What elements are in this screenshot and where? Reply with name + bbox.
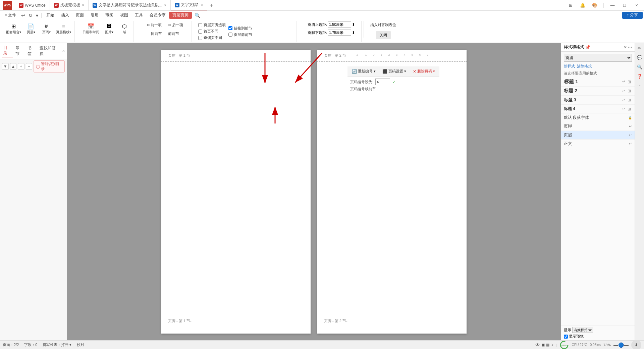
field-button[interactable]: ⬡ 域	[117, 21, 131, 35]
margin-top-spinner[interactable]: ⬍	[352, 22, 355, 27]
search-button[interactable]: 🔍	[195, 13, 200, 18]
style-heading2[interactable]: 标题 2 ↵ ⊞	[561, 87, 635, 96]
restore-icon[interactable]: ⊞	[566, 2, 575, 9]
config-combo-button[interactable]: ⊞ 配套组合▾	[5, 21, 22, 35]
spell-check[interactable]: 拼写检查：打开 ▾	[43, 342, 71, 347]
right-panel-expand[interactable]: ⋯	[628, 45, 632, 50]
date-time-button[interactable]: 📅 日期和时间	[81, 21, 101, 35]
new-style-btn[interactable]: 新样式	[564, 64, 575, 69]
style-heading4[interactable]: 标题 4 ↵ ⊞	[561, 105, 635, 113]
close-header-footer-btn[interactable]: 关闭	[376, 31, 391, 39]
clear-format-btn[interactable]: 清除格式	[577, 64, 592, 69]
toc-add-btn[interactable]: +	[18, 63, 24, 70]
redo-button[interactable]: ↻	[27, 12, 34, 19]
preview-checkbox[interactable]	[564, 335, 568, 339]
link-prev-check[interactable]: 链接到前节	[228, 26, 252, 31]
header-link-input[interactable]	[228, 33, 232, 37]
panel-tab-search[interactable]: 查找和替换	[38, 45, 61, 57]
menu-review[interactable]: 审阅	[102, 12, 117, 19]
style-heading1[interactable]: 标题 1 ↵ ⊞	[561, 77, 635, 87]
doc-area[interactable]: 页眉 - 第 1 节- 页脚 - 第 1 节- 页眉 - 第 2 节- -2-1…	[67, 43, 561, 340]
right-panel-pin[interactable]: 📌	[585, 45, 590, 50]
panel-tab-bookmark[interactable]: 书签	[26, 45, 37, 57]
panel-tab-chapter[interactable]: 章节	[14, 45, 25, 57]
toc-expand-btn[interactable]: ▼	[2, 63, 9, 70]
next-btn[interactable]: ⇨ 后一项	[166, 21, 185, 29]
tab-doc1[interactable]: W 文字是人类用符号记录表达信息以... ×	[89, 0, 171, 10]
insert-align-btn[interactable]: 插入对齐制表位	[368, 21, 398, 29]
notification-icon[interactable]: 🔔	[578, 2, 587, 9]
layout-icon1[interactable]: ▣	[541, 343, 545, 347]
header-link-check[interactable]: 页层前前节	[228, 32, 252, 37]
menu-insert[interactable]: 插入	[58, 12, 72, 19]
tab-wps[interactable]: W WPS Office	[15, 0, 50, 10]
menu-start[interactable]: 开始	[43, 12, 58, 19]
undo-button[interactable]: ↩	[19, 12, 27, 19]
menu-view[interactable]: 视图	[117, 12, 131, 19]
tab-template[interactable]: W 找板壳模板 ×	[50, 0, 89, 10]
page-layer-line-button[interactable]: ≡ 页层横线▾	[55, 21, 72, 35]
next-section-btn[interactable]: 前前节	[166, 30, 181, 37]
layout-icon2[interactable]: ▦	[546, 343, 549, 347]
close-button[interactable]: ×	[632, 2, 641, 9]
first-diff-check[interactable]: 首页不同	[198, 29, 226, 34]
zoom-slider[interactable]: —🔵—	[613, 342, 629, 348]
style-heading3[interactable]: 标题 3 ↵ ⊞	[561, 96, 635, 105]
odd-even-check[interactable]: 奇偶页不同	[198, 35, 226, 40]
play-icon[interactable]: ▷	[551, 343, 553, 347]
page-layer-button[interactable]: 📄 页层▾	[24, 21, 38, 35]
rt-search-icon[interactable]: 🔍	[636, 63, 643, 70]
menu-reference[interactable]: 引用	[87, 12, 102, 19]
smart-download-btn[interactable]: ⬇	[631, 340, 641, 349]
style-body[interactable]: 正文 ↵	[561, 140, 635, 148]
zoom-level[interactable]: 73%	[603, 343, 611, 347]
rt-edit-icon[interactable]: ✏	[636, 44, 643, 52]
show-label[interactable]: 显示 有效样式 所有样式	[564, 327, 593, 333]
margin-top-input[interactable]	[328, 21, 351, 28]
menu-header-footer[interactable]: 页层页脚	[169, 12, 192, 19]
prev-section-btn[interactable]: 同前节	[149, 30, 164, 37]
page-setting-btn[interactable]: ⬛ 页码设置 ▾	[379, 67, 409, 75]
picture-button[interactable]: 🖼 图片▾	[102, 21, 116, 35]
menu-tools[interactable]: 工具	[131, 12, 146, 19]
tab-doc2[interactable]: W 文字文稿1 ×	[171, 0, 208, 10]
delete-page-btn[interactable]: ✕ 删除页码 ▾	[410, 67, 438, 75]
header-footer-select-check[interactable]: 页层页脚选项	[198, 22, 226, 28]
margin-bottom-input[interactable]	[328, 30, 351, 36]
prev-btn[interactable]: ⇦ 前一项	[144, 21, 164, 29]
minimize-button[interactable]: —	[608, 2, 617, 9]
menu-vip[interactable]: 会员专享	[146, 12, 169, 19]
page-start-input[interactable]	[375, 79, 390, 85]
style-dropdown[interactable]: 页眉 页脚 正文 标题 1 标题 2 标题 3 标题 4	[564, 54, 632, 62]
header-footer-select-input[interactable]	[198, 23, 202, 27]
renumber-btn[interactable]: 🔄 重新编号 ▾	[349, 67, 379, 75]
menu-page[interactable]: 页面	[72, 12, 87, 19]
tab-template-close[interactable]: ×	[82, 3, 84, 7]
page-num-button[interactable]: # 页码▾	[39, 21, 53, 35]
panel-close-btn[interactable]: ×	[62, 48, 65, 53]
tab-add-button[interactable]: +	[207, 0, 216, 10]
maximize-button[interactable]: □	[620, 2, 629, 9]
rt-comment-icon[interactable]: 💬	[636, 54, 643, 61]
confirm-icon[interactable]: ✓	[392, 80, 396, 85]
share-button[interactable]: ↑ 分享	[622, 12, 643, 19]
toc-collapse-btn[interactable]: ▲	[10, 63, 17, 70]
toc-remove-btn[interactable]: −	[26, 63, 33, 70]
smart-toc-btn[interactable]: ◯ 智能识别目录	[34, 60, 65, 72]
link-prev-input[interactable]	[228, 26, 232, 30]
style-default-font[interactable]: 默认 段落字体 🔒	[561, 113, 635, 122]
margin-bottom-spinner[interactable]: ⬍	[352, 31, 355, 35]
more-undo[interactable]: ▾	[34, 12, 40, 19]
show-select[interactable]: 有效样式 所有样式	[572, 327, 593, 333]
eye-icon[interactable]: 👁	[535, 342, 540, 348]
first-diff-input[interactable]	[198, 30, 202, 34]
tab-doc1-close[interactable]: ×	[164, 3, 166, 7]
right-panel-close[interactable]: ×	[624, 45, 627, 50]
preview-check[interactable]: 显示预览	[564, 334, 632, 339]
style-header[interactable]: 页眉 ↵	[561, 131, 635, 140]
rt-help-icon[interactable]: ❓	[636, 72, 643, 80]
tab-doc2-close[interactable]: ×	[201, 3, 203, 7]
rt-more-icon[interactable]: ⋯	[636, 82, 643, 89]
panel-tab-toc[interactable]: 目录	[2, 44, 13, 57]
odd-even-input[interactable]	[198, 36, 202, 40]
